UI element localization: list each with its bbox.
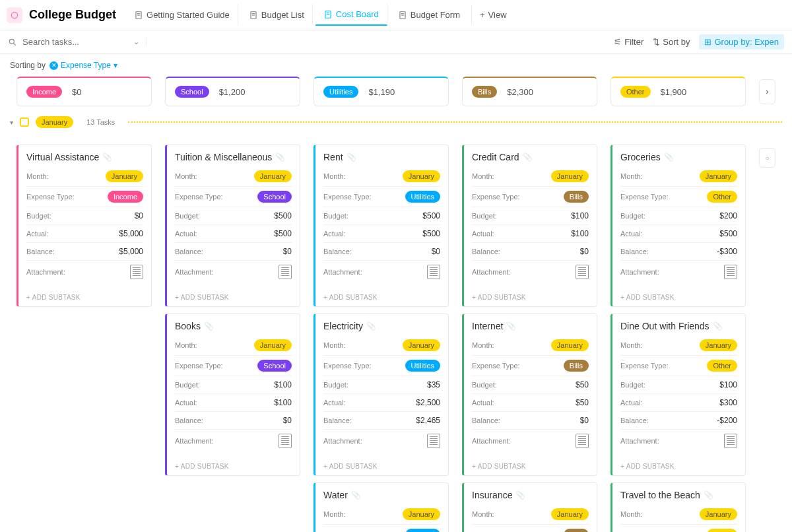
add-subtask-button[interactable]: + ADD SUBTASK [612,457,745,475]
task-card[interactable]: Dine Out with Friends 📎Month:JanuaryExpe… [610,314,746,476]
tab-budget-form[interactable]: Budget Form [390,4,468,26]
budget-value: $100 [274,380,292,389]
field-label: Balance: [620,416,649,424]
field-label: Month: [175,172,197,180]
field-label: Balance: [323,248,352,255]
task-card[interactable]: Travel to the Beach 📎Month:JanuaryExpens… [610,482,746,532]
field-label: Expense Type: [323,362,372,370]
collapse-column-button[interactable]: ○ [759,148,776,168]
budget-value: $50 [576,380,589,389]
task-card[interactable]: Books 📎Month:JanuaryExpense Type:SchoolB… [165,314,300,476]
sort-button[interactable]: ⇅ Sort by [653,37,690,47]
attachment-icon[interactable] [576,434,589,448]
search-wrap [8,37,127,47]
tab-label: Getting Started Guide [147,10,230,20]
card-title: Insurance 📎 [464,483,597,504]
field-label: Attachment: [620,268,659,276]
card-title: Dine Out with Friends 📎 [612,314,745,335]
task-card[interactable]: Tuition & Miscellaneous 📎Month:JanuaryEx… [165,145,300,307]
card-title: Credit Card 📎 [464,145,597,166]
category-other[interactable]: Other$1,900 [610,77,746,106]
task-count: 13 Tasks [86,118,115,126]
task-card[interactable]: Groceries 📎Month:JanuaryExpense Type:Oth… [610,145,746,307]
category-pill: Utilities [323,86,358,98]
balance-value: $0 [432,247,440,256]
field-label: Balance: [472,248,500,255]
task-card[interactable]: Internet 📎Month:JanuaryExpense Type:Bill… [462,314,597,476]
budget-value: $100 [571,211,589,220]
attachment-icon[interactable] [427,434,440,448]
add-subtask-button[interactable]: + ADD SUBTASK [167,288,300,306]
add-subtask-button[interactable]: + ADD SUBTASK [315,457,448,475]
task-card[interactable]: Virtual Assistance 📎Month:JanuaryExpense… [16,145,152,307]
add-subtask-button[interactable]: + ADD SUBTASK [18,288,151,306]
field-label: Actual: [472,399,494,407]
doc-icon [134,11,143,20]
month-value: January [254,339,292,351]
filter-button[interactable]: ⚟ Filter [614,37,644,47]
paperclip-icon: 📎 [523,152,533,162]
add-subtask-button[interactable]: + ADD SUBTASK [167,457,300,475]
close-icon[interactable]: ✕ [50,61,58,70]
card-title: Rent 📎 [315,145,448,166]
field-label: Expense Type: [472,193,520,201]
task-card[interactable]: Water 📎Month:JanuaryExpense Type:Utiliti… [314,482,449,532]
attachment-icon[interactable] [724,434,737,448]
type-value: Other [707,360,737,372]
field-label: Expense Type: [472,362,520,370]
sorting-pill[interactable]: ✕ Expense Type ▾ [50,61,117,70]
task-card[interactable]: Electricity 📎Month:JanuaryExpense Type:U… [314,314,449,476]
add-subtask-button[interactable]: + ADD SUBTASK [315,288,448,306]
page-title: College Budget [29,8,116,22]
field-label: Budget: [472,212,497,220]
add-subtask-button[interactable]: + ADD SUBTASK [464,288,597,306]
scroll-right-button[interactable]: › [759,79,776,104]
tab-budget-list[interactable]: Budget List [241,4,313,26]
paperclip-icon: 📎 [346,152,356,162]
month-pill[interactable]: January [36,116,73,128]
actual-value: $300 [719,398,737,407]
group-button[interactable]: ⊞ Group by: Expen [699,34,784,50]
search-input[interactable] [22,37,102,47]
type-value: Income [108,191,143,203]
category-value: $1,190 [368,87,395,97]
attachment-icon[interactable] [279,265,292,279]
field-label: Month: [175,341,197,349]
board: Virtual Assistance 📎Month:JanuaryExpense… [0,128,792,532]
add-view-button[interactable]: + View [471,5,515,25]
field-label: Budget: [175,381,200,389]
search-dropdown[interactable]: ⌄ [127,38,147,46]
attachment-icon[interactable] [427,265,440,279]
category-utilities[interactable]: Utilities$1,190 [314,77,449,106]
field-label: Attachment: [175,268,214,276]
category-value: $0 [72,87,81,97]
doc-icon [398,11,407,20]
field-label: Month: [472,510,494,518]
month-value: January [700,508,737,520]
category-bills[interactable]: Bills$2,300 [462,77,597,106]
paperclip-icon: 📎 [275,152,285,162]
type-value: Bills [564,360,589,372]
tab-getting-started-guide[interactable]: Getting Started Guide [126,4,238,26]
task-card[interactable]: Insurance 📎Month:JanuaryExpense Type:Bil… [462,482,597,532]
collapse-icon[interactable]: ▾ [10,119,13,126]
type-value: School [257,360,292,372]
attachment-icon[interactable] [279,434,292,448]
task-card[interactable]: Rent 📎Month:JanuaryExpense Type:Utilitie… [314,145,449,307]
attachment-icon[interactable] [724,265,737,279]
field-label: Expense Type: [323,193,372,201]
category-school[interactable]: School$1,200 [165,77,300,106]
category-income[interactable]: Income$0 [16,77,152,106]
actual-value: $5,000 [119,229,143,238]
board-column: Groceries 📎Month:JanuaryExpense Type:Oth… [610,145,746,532]
field-label: Expense Type: [175,193,223,201]
task-card[interactable]: Credit Card 📎Month:JanuaryExpense Type:B… [462,145,597,307]
add-subtask-button[interactable]: + ADD SUBTASK [612,288,745,306]
month-value: January [700,339,737,351]
field-label: Month: [472,172,494,180]
tab-cost-board[interactable]: Cost Board [315,4,387,26]
add-subtask-button[interactable]: + ADD SUBTASK [464,457,597,475]
attachment-icon[interactable] [130,265,143,279]
attachment-icon[interactable] [576,265,589,279]
svg-point-0 [11,12,17,18]
